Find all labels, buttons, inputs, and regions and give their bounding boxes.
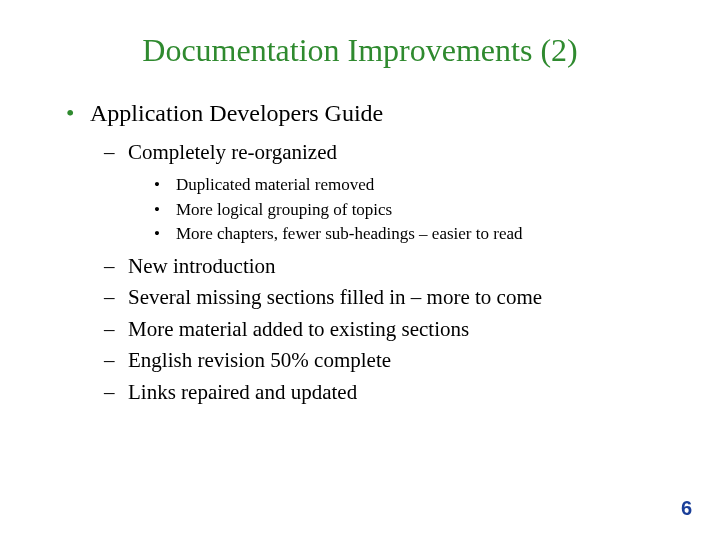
list-item: • More chapters, fewer sub-headings – ea… — [154, 222, 664, 247]
list-item: • Duplicated material removed — [154, 173, 664, 198]
bullet-dot-icon: • — [154, 173, 166, 198]
bullet-lvl2-text: English revision 50% complete — [128, 345, 391, 377]
bullet-dash-icon: – — [104, 282, 118, 314]
bullet-dot-icon: • — [66, 97, 80, 129]
bullet-lvl1-text: Application Developers Guide — [90, 97, 383, 129]
bullet-dash-icon: – — [104, 137, 118, 169]
bullet-dash-icon: – — [104, 314, 118, 346]
bullet-lvl3-group: • Duplicated material removed • More log… — [154, 173, 664, 247]
bullet-lvl2-group-rest: – New introduction – Several missing sec… — [104, 251, 664, 409]
list-item: – Several missing sections filled in – m… — [104, 282, 664, 314]
bullet-dash-icon: – — [104, 251, 118, 283]
bullet-dash-icon: – — [104, 345, 118, 377]
list-item: – More material added to existing sectio… — [104, 314, 664, 346]
bullet-lvl2-text: More material added to existing sections — [128, 314, 469, 346]
list-item: – New introduction — [104, 251, 664, 283]
slide: Documentation Improvements (2) • Applica… — [0, 0, 720, 540]
slide-title: Documentation Improvements (2) — [56, 32, 664, 69]
list-item: – English revision 50% complete — [104, 345, 664, 377]
bullet-lvl3-text: Duplicated material removed — [176, 173, 374, 198]
bullet-lvl3-text: More chapters, fewer sub-headings – easi… — [176, 222, 522, 247]
bullet-lvl2-group-first: – Completely re-organized — [104, 137, 664, 169]
list-item: • More logical grouping of topics — [154, 198, 664, 223]
bullet-lvl1-group: • Application Developers Guide — [66, 97, 664, 129]
bullet-dot-icon: • — [154, 198, 166, 223]
bullet-lvl3-text: More logical grouping of topics — [176, 198, 392, 223]
bullet-lvl2-text: Completely re-organized — [128, 137, 337, 169]
list-item: • Application Developers Guide — [66, 97, 664, 129]
bullet-lvl2-text: Several missing sections filled in – mor… — [128, 282, 542, 314]
bullet-dash-icon: – — [104, 377, 118, 409]
bullet-dot-icon: • — [154, 222, 166, 247]
bullet-lvl2-text: Links repaired and updated — [128, 377, 357, 409]
page-number: 6 — [681, 497, 692, 520]
bullet-lvl2-text: New introduction — [128, 251, 276, 283]
list-item: – Links repaired and updated — [104, 377, 664, 409]
list-item: – Completely re-organized — [104, 137, 664, 169]
